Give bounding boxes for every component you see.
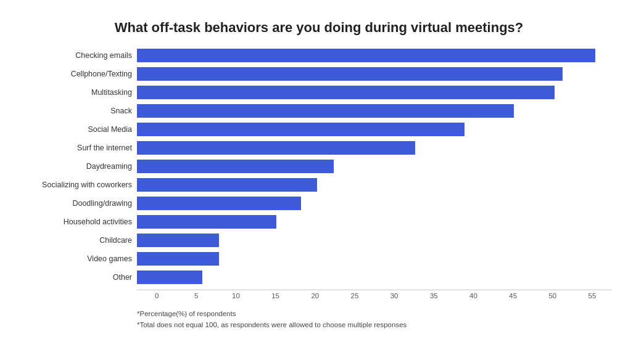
bar-row: Surf the internet <box>26 139 612 157</box>
x-axis: 0510152025303540455055 <box>137 290 612 299</box>
bar-row: Other <box>26 269 612 286</box>
bar-label: Checking emails <box>26 51 137 60</box>
x-axis-tick: 10 <box>216 290 255 299</box>
bar-label: Snack <box>26 107 137 115</box>
bar-fill <box>137 67 563 81</box>
bar-row: Doodling/drawing <box>26 195 612 212</box>
bar-label: Socializing with coworkers <box>26 181 137 189</box>
x-axis-tick: 5 <box>176 290 216 299</box>
bar-label: Social Media <box>26 125 137 134</box>
bar-track <box>137 67 612 81</box>
x-axis-tick: 15 <box>256 290 295 299</box>
bar-fill <box>137 215 276 229</box>
bar-track <box>137 215 612 229</box>
bar-label: Doodling/drawing <box>26 199 137 208</box>
x-axis-tick: 30 <box>374 290 414 299</box>
bar-fill <box>137 252 219 266</box>
x-axis-tick: 55 <box>572 290 612 299</box>
chart-container: What off-task behaviors are you doing du… <box>14 7 630 343</box>
bar-track <box>137 104 612 118</box>
bar-fill <box>137 141 415 155</box>
bar-track <box>137 160 612 173</box>
bar-fill <box>137 160 334 173</box>
bar-label: Other <box>26 273 137 282</box>
bar-row: Video games <box>26 250 612 267</box>
bar-fill <box>137 271 202 284</box>
bar-fill <box>137 49 595 62</box>
bar-label: Daydreaming <box>26 162 137 171</box>
x-axis-tick: 45 <box>493 290 533 299</box>
bar-track <box>137 86 612 99</box>
bar-track <box>137 252 612 266</box>
bar-track <box>137 141 612 155</box>
bar-row: Cellphone/Texting <box>26 65 612 83</box>
x-axis-line <box>137 290 612 290</box>
bar-label: Cellphone/Texting <box>26 70 137 78</box>
bar-track <box>137 271 612 284</box>
bar-track <box>137 178 612 192</box>
bar-label: Multitasking <box>26 88 137 97</box>
x-axis-tick: 35 <box>414 290 453 299</box>
bar-fill <box>137 104 514 118</box>
bar-label: Childcare <box>26 236 137 245</box>
bar-track <box>137 49 612 62</box>
footnote: *Percentage(%) of respondents <box>137 308 612 319</box>
bar-row: Social Media <box>26 121 612 138</box>
chart-title: What off-task behaviors are you doing du… <box>26 20 612 36</box>
bar-fill <box>137 178 317 192</box>
bar-label: Household activities <box>26 218 137 226</box>
bar-row: Multitasking <box>26 84 612 101</box>
bar-fill <box>137 86 555 99</box>
footnotes: *Percentage(%) of respondents*Total does… <box>137 308 612 331</box>
x-axis-tick: 40 <box>453 290 493 299</box>
x-axis-tick: 25 <box>335 290 374 299</box>
bar-fill <box>137 197 301 210</box>
bar-fill <box>137 234 219 247</box>
bar-row: Daydreaming <box>26 158 612 175</box>
bar-row: Childcare <box>26 232 612 249</box>
x-axis-tick: 50 <box>533 290 572 299</box>
bar-fill <box>137 123 464 136</box>
bar-label: Video games <box>26 254 137 263</box>
footnote: *Total does not equal 100, as respondent… <box>137 319 612 330</box>
bar-row: Household activities <box>26 213 612 230</box>
bar-label: Surf the internet <box>26 144 137 152</box>
bar-track <box>137 234 612 247</box>
bar-chart: Checking emailsCellphone/TextingMultitas… <box>26 47 612 287</box>
bar-row: Checking emails <box>26 47 612 64</box>
bar-track <box>137 197 612 210</box>
bar-row: Socializing with coworkers <box>26 176 612 193</box>
bar-row: Snack <box>26 102 612 120</box>
x-axis-tick: 0 <box>137 290 176 299</box>
x-axis-tick: 20 <box>295 290 335 299</box>
bar-track <box>137 123 612 136</box>
